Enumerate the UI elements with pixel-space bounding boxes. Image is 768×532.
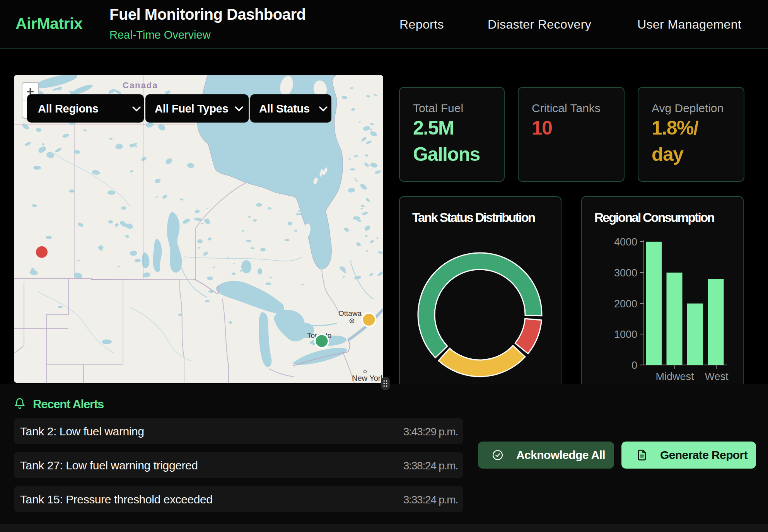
- svg-text:Ottawa: Ottawa: [338, 309, 362, 317]
- svg-text:2000: 2000: [614, 298, 637, 310]
- svg-text:3000: 3000: [614, 267, 637, 279]
- svg-text:Canada: Canada: [123, 80, 158, 90]
- svg-text:1000: 1000: [614, 329, 637, 340]
- svg-text:0: 0: [631, 360, 637, 371]
- svg-text:New York: New York: [352, 374, 383, 382]
- svg-text:West: West: [705, 371, 729, 382]
- svg-text:Midwest: Midwest: [655, 371, 694, 382]
- svg-text:4000: 4000: [614, 236, 637, 248]
